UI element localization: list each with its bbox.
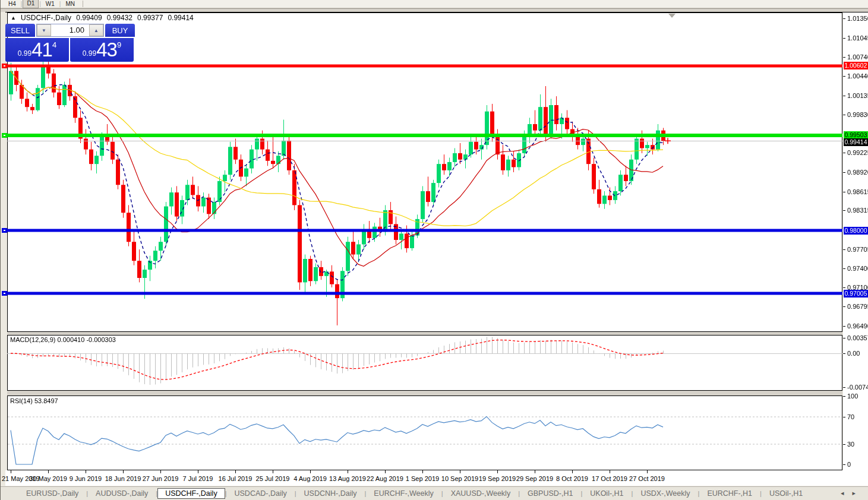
timeframe-separator: | [59, 1, 61, 7]
time-axis-label: 19 Sep 2019 [479, 475, 516, 482]
chart-tab-eurchf-h1[interactable]: EURCHF-,H1 [699, 488, 760, 499]
one-click-trading-panel: SELL ▼ 1.00 ▲ BUY 0.99414 0.99439 [5, 24, 135, 62]
time-axis-label: 10 Sep 2019 [441, 475, 478, 482]
price-axis-tickmark [843, 326, 845, 327]
rsi-axis-tick: 0 [847, 461, 851, 468]
price-axis-tickmark [843, 57, 845, 58]
price-axis-tickmark [843, 115, 845, 115]
time-axis-label: 4 Aug 2019 [293, 475, 327, 482]
tab-scroll-arrows[interactable]: ◂▸ [841, 489, 864, 497]
time-axis-label: 27 Jun 2019 [143, 475, 179, 482]
price-axis-tick: 0.97705 [847, 246, 868, 253]
time-axis-label: 1 Sep 2019 [406, 475, 439, 482]
hline-anchor-marker[interactable] [2, 133, 7, 138]
sell-button[interactable]: SELL [5, 24, 35, 37]
buy-button[interactable]: BUY [105, 24, 135, 37]
price-axis-tick: 0.96795 [847, 303, 868, 310]
rsi-axis-tickmark [843, 417, 845, 417]
price-axis-tickmark [843, 153, 845, 153]
buy-price-panel[interactable]: 0.99439 [70, 38, 134, 62]
price-axis-tick: 1.01045 [847, 34, 868, 42]
chart-shift-marker-icon[interactable] [668, 14, 676, 18]
price-axis-tick: 0.96490 [847, 322, 868, 330]
tab-scroll-left-icon: ◂ [841, 489, 853, 496]
time-axis-label: 22 Aug 2019 [367, 475, 403, 482]
timeframe-separator: | [21, 1, 23, 7]
price-axis-tickmark [843, 192, 845, 192]
price-axis-tick: 1.01350 [847, 15, 868, 22]
chart-tab-usdcnh-daily[interactable]: USDCNH-,Daily [296, 488, 365, 499]
macd-axis-tickmark [843, 338, 845, 338]
chart-title: ▲ USDCHF-,Daily 0.99409 0.99432 0.99377 … [11, 14, 194, 22]
chart-tab-usdx-weekly[interactable]: USDX-,Weekly [633, 488, 697, 499]
sell-price-pip: 4 [52, 38, 56, 49]
volume-decrease-icon[interactable]: ▼ [37, 24, 51, 36]
price-level-tag: 0.98000 [844, 227, 868, 235]
macd-axis-tick: 0.003574 [847, 334, 868, 341]
chart-tab-xauusd-weekly[interactable]: XAUUSD-,Weekly [443, 488, 518, 499]
price-level-tag: 1.00602 [844, 62, 868, 69]
price-axis-tick: 1.00135 [847, 92, 868, 99]
time-axis-label: 25 Jul 2019 [256, 475, 290, 482]
chart-symbol-label: USDCHF-,Daily [21, 14, 71, 22]
price-axis-tick: 0.97400 [847, 265, 868, 272]
price-axis-tickmark [843, 210, 845, 211]
symbol-triangle-icon: ▲ [11, 15, 16, 21]
time-axis-label: 13 Aug 2019 [329, 475, 366, 482]
rsi-axis-tick: 30 [847, 441, 854, 448]
chart-tab-bar: EURUSD-,Daily|AUDUSD-,Daily|USDCHF-,Dail… [1, 486, 868, 500]
rsi-axis-tickmark [843, 396, 845, 397]
timeframe-button-d1[interactable]: D1 [23, 0, 39, 8]
sell-price-big: 41 [31, 39, 52, 61]
buy-price-big: 43 [96, 39, 117, 61]
ohlc-low: 0.99377 [137, 14, 163, 22]
price-axis-tickmark [843, 249, 845, 250]
timeframe-button-w1[interactable]: W1 [42, 0, 59, 8]
rsi-label: RSI(14) 53.8497 [10, 397, 58, 404]
price-axis-tickmark [843, 18, 845, 19]
time-axis-label: 7 Jul 2019 [183, 475, 213, 482]
ohlc-open: 0.99409 [76, 14, 102, 22]
rsi-axis-tick: 100 [847, 393, 858, 400]
price-axis-tickmark [843, 287, 845, 288]
chart-tab-eurchf-weekly[interactable]: EURCHF-,Weekly [366, 488, 441, 499]
rsi-axis-tickmark [843, 444, 845, 445]
time-axis-label: 8 Oct 2019 [556, 475, 588, 482]
time-axis-label: 9 Jun 2019 [70, 475, 102, 482]
ohlc-high: 0.99432 [107, 14, 132, 22]
current-price-tag: 0.99414 [844, 138, 868, 146]
hline-anchor-marker[interactable] [2, 64, 7, 68]
price-axis-tickmark [843, 38, 845, 39]
volume-increase-icon[interactable]: ▲ [89, 24, 103, 36]
sell-price-panel[interactable]: 0.99414 [5, 38, 69, 62]
timeframe-button-h4[interactable]: H4 [4, 0, 20, 8]
buy-price-prefix: 0.99 [83, 49, 96, 62]
rsi-axis-tickmark [843, 464, 845, 465]
price-level-tag: 0.97005 [844, 290, 868, 298]
toolbar-separator [83, 1, 83, 7]
chart-tab-audusd-daily[interactable]: AUDUSD-,Daily [88, 488, 156, 499]
hline-anchor-marker[interactable] [2, 291, 7, 296]
mt4-window: H4|D1|W1|MN ▲ USDCHF-,Daily 0.99409 0.99… [0, 0, 868, 500]
hline-anchor-marker[interactable] [2, 228, 7, 233]
price-axis-tick: 0.98615 [847, 188, 868, 195]
sell-price-prefix: 0.99 [18, 49, 31, 62]
chart-tab-eurusd-daily[interactable]: EURUSD-,Daily [18, 488, 86, 499]
volume-stepper: ▼ 1.00 ▲ [36, 24, 104, 37]
timeframe-button-mn[interactable]: MN [61, 0, 79, 8]
time-axis-label: 18 Jun 2019 [105, 475, 141, 482]
chart-tab-usdcad-daily[interactable]: USDCAD-,Daily [226, 488, 294, 499]
time-axis-label: 16 Jul 2019 [219, 475, 252, 482]
volume-value[interactable]: 1.00 [51, 24, 89, 36]
chart-top-border [5, 12, 868, 12]
macd-label: MACD(12,26,9) 0.000410 -0.000303 [10, 336, 116, 343]
chart-tab-usdchf-daily[interactable]: USDCHF-,Daily [157, 488, 225, 499]
tab-scroll-right-icon: ▸ [852, 489, 864, 496]
price-chart-canvas[interactable] [7, 12, 842, 475]
price-axis-tick: 0.98315 [847, 207, 868, 214]
chart-tab-gbpusd-h1[interactable]: GBPUSD-,H1 [520, 488, 580, 499]
chart-tab-ukoil-h1[interactable]: UKOil-,H1 [582, 488, 631, 499]
macd-axis-tick: -0.00749 [847, 384, 868, 391]
macd-axis-tickmark [843, 353, 845, 354]
chart-tab-usoil-h1[interactable]: USOil-,H1 [762, 488, 810, 499]
